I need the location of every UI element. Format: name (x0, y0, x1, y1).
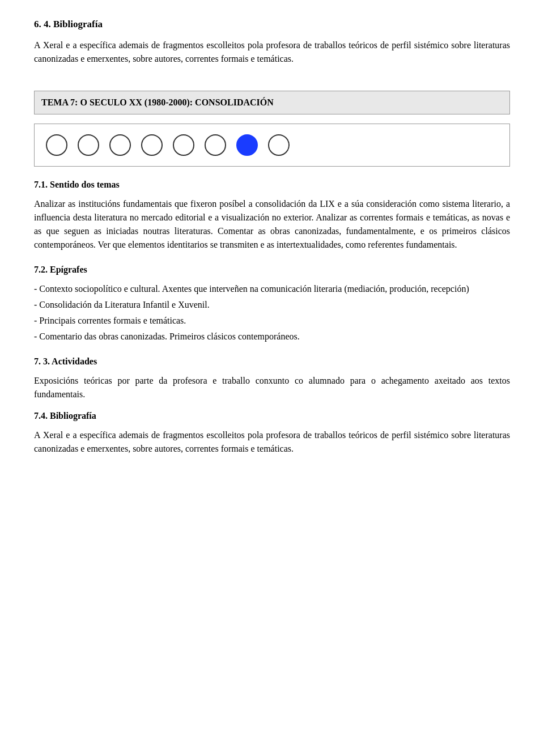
subsection-73-heading: 7. 3. Actividades (34, 355, 510, 368)
circle-2 (78, 134, 99, 156)
epigrafe-item-3: - Principais correntes formais e temátic… (34, 314, 510, 328)
section-heading-top: 6. 4. Bibliografía (34, 17, 510, 32)
subsection-74-text: A Xeral e a específica ademais de fragme… (34, 428, 510, 456)
circle-4 (141, 134, 163, 156)
subsection-71-text: Analizar as institucións fundamentais qu… (34, 197, 510, 252)
subsection-72-heading: 7.2. Epígrafes (34, 263, 510, 277)
theme-box: TEMA 7: O SECULO XX (1980-2000): CONSOLI… (34, 91, 510, 114)
circle-6 (205, 134, 226, 156)
circle-3 (109, 134, 131, 156)
circle-5 (173, 134, 194, 156)
epigrafe-item-2: - Consolidación da Literatura Infantil e… (34, 298, 510, 312)
epigrafe-item-1: - Contexto sociopolítico e cultural. Axe… (34, 282, 510, 296)
epigrafes-list: - Contexto sociopolítico e cultural. Axe… (34, 282, 510, 343)
intro-paragraph: A Xeral e a específica ademais de fragme… (34, 39, 510, 66)
subsection-74-heading: 7.4. Bibliografía (34, 409, 510, 423)
circle-7 (236, 134, 258, 156)
circles-row (34, 124, 510, 167)
epigrafe-item-4: - Comentario das obras canonizadas. Prim… (34, 330, 510, 343)
circle-1 (46, 134, 67, 156)
subsection-71-heading: 7.1. Sentido dos temas (34, 178, 510, 192)
circle-8 (268, 134, 290, 156)
subsection-73-text: Exposicións teóricas por parte da profes… (34, 374, 510, 401)
